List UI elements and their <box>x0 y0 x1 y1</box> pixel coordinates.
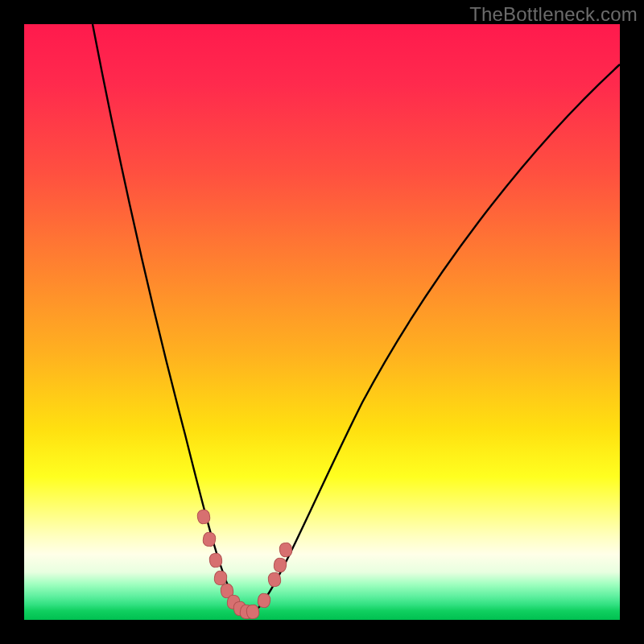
curve-marker <box>196 510 210 525</box>
curve-marker <box>208 553 222 568</box>
bottleneck-curve-path <box>93 24 620 613</box>
curve-marker <box>273 558 287 573</box>
marker-group <box>196 510 292 620</box>
curve-layer <box>24 24 620 620</box>
curve-marker <box>279 543 292 558</box>
curve-marker <box>213 571 227 586</box>
watermark-text: TheBottleneck.com <box>469 3 638 26</box>
chart-frame: TheBottleneck.com <box>0 0 644 644</box>
plot-area <box>24 24 620 620</box>
curve-marker <box>257 593 270 609</box>
